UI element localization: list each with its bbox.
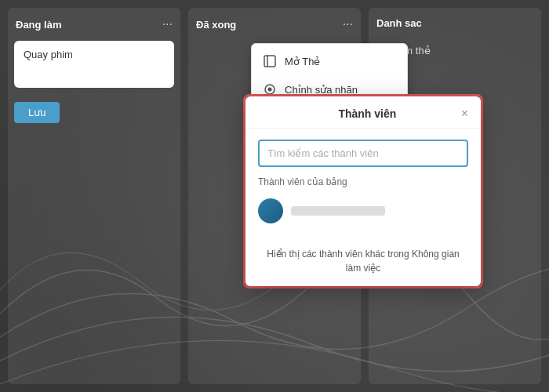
column-list-title: Danh sac: [376, 17, 422, 29]
card-quay-phim-text: Quay phim: [24, 49, 165, 60]
column-doing-menu[interactable]: ···: [162, 17, 173, 31]
svg-rect-0: [264, 56, 275, 67]
member-search-input[interactable]: [258, 140, 468, 167]
modal-body: Thành viên của bảng: [245, 129, 481, 239]
modal-wrapper: Thành viên × Thành viên của bảng Hiển th…: [243, 94, 483, 289]
column-doing: Đang làm ··· Quay phim Lưu: [8, 8, 180, 384]
modal-header: Thành viên ×: [245, 96, 481, 129]
workspace-link[interactable]: Hiển thị các thành viên khác trong Không…: [245, 239, 481, 286]
svg-point-3: [268, 88, 272, 92]
column-list-header: Danh sac: [375, 14, 535, 32]
column-doing-header: Đang làm ···: [14, 14, 174, 34]
modal-title: Thành viên: [274, 107, 461, 120]
open-card-icon: [263, 54, 277, 68]
save-button[interactable]: Lưu: [14, 102, 60, 123]
card-quay-phim[interactable]: Quay phim: [14, 41, 174, 88]
dropdown-item-open-card[interactable]: Mở Thẻ: [252, 47, 407, 75]
column-done-menu[interactable]: ···: [343, 17, 353, 31]
board-members-label: Thành viên của bảng: [258, 176, 468, 187]
member-modal: Thành viên × Thành viên của bảng Hiển th…: [245, 96, 481, 286]
modal-close-button[interactable]: ×: [461, 107, 468, 120]
dropdown-item-open-card-label: Mở Thẻ: [285, 56, 320, 67]
member-name: [291, 206, 385, 216]
column-done-title: Đã xong: [196, 19, 236, 31]
member-row: [258, 194, 468, 228]
column-done-header: Đã xong ···: [195, 14, 354, 34]
member-avatar: [258, 198, 283, 223]
column-doing-title: Đang làm: [16, 19, 62, 31]
